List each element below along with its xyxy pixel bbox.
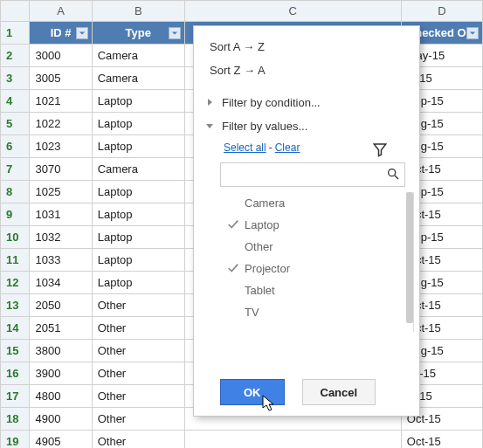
filter-search-wrap <box>220 162 405 187</box>
ok-button[interactable]: OK <box>220 379 285 405</box>
cell-id[interactable]: 1032 <box>30 226 92 249</box>
row-number[interactable]: 10 <box>1 226 30 249</box>
filter-value-item[interactable]: Camera <box>224 192 413 214</box>
row-number[interactable]: 13 <box>1 294 30 317</box>
cell-type[interactable]: Other <box>92 340 184 362</box>
filter-value-item[interactable]: Tablet <box>224 279 413 301</box>
cell-id[interactable]: 1022 <box>30 113 92 135</box>
cell-id[interactable]: 2050 <box>30 294 92 317</box>
row-number[interactable]: 3 <box>1 67 30 90</box>
cell-type[interactable]: Laptop <box>92 90 184 113</box>
filter-value-item[interactable]: Projector <box>224 258 413 279</box>
header-type-label: Type <box>126 26 151 39</box>
clear-link[interactable]: Clear <box>275 141 300 154</box>
cell-id[interactable]: 1023 <box>30 135 92 158</box>
cell-detail[interactable] <box>184 431 401 449</box>
row-number[interactable]: 12 <box>1 272 30 294</box>
table-row: 194905OtherOct-15 <box>1 431 483 449</box>
check-icon <box>227 262 239 274</box>
funnel-icon[interactable] <box>372 141 388 157</box>
check-icon <box>227 218 239 231</box>
row-number[interactable]: 6 <box>1 135 30 158</box>
popup-button-row: OK Cancel <box>194 379 419 405</box>
row-number[interactable]: 9 <box>1 203 30 226</box>
cell-type[interactable]: Other <box>92 385 184 408</box>
cell-type[interactable]: Camera <box>92 67 184 90</box>
column-letter-d[interactable]: D <box>401 1 482 22</box>
sort-az[interactable]: Sort A → Z <box>194 35 419 59</box>
row-number[interactable]: 14 <box>1 317 30 340</box>
corner-cell <box>1 1 30 22</box>
cell-type[interactable]: Laptop <box>92 226 184 249</box>
cell-type[interactable]: Camera <box>92 158 184 181</box>
row-number[interactable]: 11 <box>1 249 30 272</box>
cell-id[interactable]: 3005 <box>30 67 92 90</box>
cell-type[interactable]: Laptop <box>92 181 184 203</box>
row-number[interactable]: 17 <box>1 385 30 408</box>
cell-id[interactable]: 1025 <box>30 181 92 203</box>
filter-value-item[interactable]: TV <box>224 301 413 323</box>
cell-type[interactable]: Other <box>92 317 184 340</box>
row-number[interactable]: 19 <box>1 431 30 449</box>
row-number[interactable]: 15 <box>1 340 30 362</box>
row-number[interactable]: 18 <box>1 408 30 431</box>
cell-type[interactable]: Other <box>92 408 184 431</box>
cancel-button[interactable]: Cancel <box>302 379 376 405</box>
column-letter-row: A B C D <box>1 1 483 22</box>
cell-type[interactable]: Laptop <box>92 113 184 135</box>
cell-id[interactable]: 1034 <box>30 272 92 294</box>
cell-id[interactable]: 3900 <box>30 362 92 385</box>
chevron-right-icon <box>208 99 212 106</box>
row-number[interactable]: 7 <box>1 158 30 181</box>
filter-vals-label: Filter by values... <box>222 120 307 133</box>
cell-id[interactable]: 1031 <box>30 203 92 226</box>
cell-type[interactable]: Other <box>92 362 184 385</box>
filter-by-values[interactable]: Filter by values... <box>194 114 419 138</box>
header-type[interactable]: Type <box>92 22 184 45</box>
column-letter-b[interactable]: B <box>92 1 184 22</box>
cell-id[interactable]: 1021 <box>30 90 92 113</box>
row-number[interactable]: 1 <box>1 22 30 45</box>
cell-id[interactable]: 4900 <box>30 408 92 431</box>
cell-type[interactable]: Other <box>92 431 184 449</box>
cell-id[interactable]: 2051 <box>30 317 92 340</box>
filter-dropdown-icon[interactable] <box>76 27 88 39</box>
row-number[interactable]: 4 <box>1 90 30 113</box>
svg-point-0 <box>389 169 396 176</box>
filter-popup: Sort A → Z Sort Z → A Filter by conditio… <box>193 25 420 417</box>
row-number[interactable]: 2 <box>1 45 30 67</box>
header-id[interactable]: ID # <box>30 22 92 45</box>
values-scrollbar[interactable] <box>406 192 413 323</box>
cell-type[interactable]: Other <box>92 294 184 317</box>
cell-id[interactable]: 4905 <box>30 431 92 449</box>
cell-checkedout[interactable]: Oct-15 <box>401 431 482 449</box>
filter-value-item[interactable]: Laptop <box>224 214 413 236</box>
header-id-label: ID # <box>51 26 72 39</box>
row-number[interactable]: 16 <box>1 362 30 385</box>
filter-dropdown-icon[interactable] <box>169 27 181 39</box>
cell-type[interactable]: Laptop <box>92 249 184 272</box>
column-letter-c[interactable]: C <box>184 1 401 22</box>
cell-type[interactable]: Laptop <box>92 203 184 226</box>
row-number[interactable]: 5 <box>1 113 30 135</box>
filter-search-input[interactable] <box>220 162 405 187</box>
filter-cond-label: Filter by condition... <box>222 96 321 109</box>
cell-type[interactable]: Laptop <box>92 272 184 294</box>
cell-id[interactable]: 3000 <box>30 45 92 67</box>
cell-id[interactable]: 1033 <box>30 249 92 272</box>
select-all-link[interactable]: Select all <box>224 141 266 154</box>
column-letter-a[interactable]: A <box>30 1 92 22</box>
filter-value-item[interactable]: Other <box>224 236 413 258</box>
cell-type[interactable]: Camera <box>92 45 184 67</box>
row-number[interactable]: 8 <box>1 181 30 203</box>
cell-id[interactable]: 3800 <box>30 340 92 362</box>
filter-dropdown-icon[interactable] <box>466 27 479 39</box>
cell-id[interactable]: 3070 <box>30 158 92 181</box>
svg-line-1 <box>395 176 398 179</box>
select-all-clear-row: Select all-Clear <box>194 138 419 157</box>
cell-id[interactable]: 4800 <box>30 385 92 408</box>
filter-by-condition[interactable]: Filter by condition... <box>194 91 419 114</box>
cell-type[interactable]: Laptop <box>92 135 184 158</box>
sort-za[interactable]: Sort Z → A <box>194 59 419 82</box>
filter-values-list[interactable]: CameraLaptopOtherProjectorTabletTV <box>224 192 414 332</box>
